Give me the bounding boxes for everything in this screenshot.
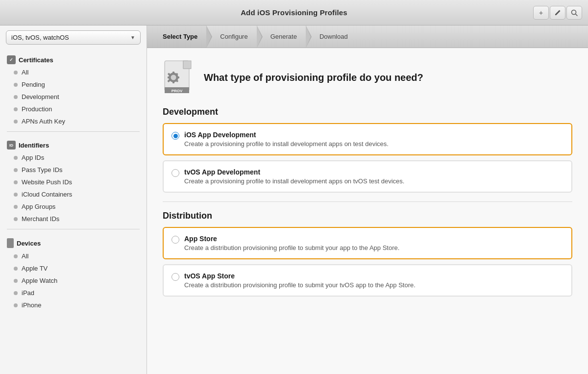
option-title: iOS App Development [184, 131, 389, 139]
dot-icon [14, 279, 18, 283]
radio-tvos-app-dev[interactable] [172, 169, 179, 177]
sidebar-item-label: All [22, 252, 28, 260]
search-button[interactable] [566, 6, 582, 20]
sidebar-item-label: App IDs [22, 154, 44, 161]
svg-rect-6 [172, 72, 174, 74]
sidebar-item-label: Pass Type IDs [22, 166, 63, 174]
sidebar-item-app-groups[interactable]: App Groups [0, 200, 147, 213]
step-arrow [206, 25, 211, 48]
divider [7, 229, 140, 229]
dot-icon [14, 291, 18, 295]
option-title: tvOS App Store [184, 272, 416, 280]
distribution-section-label: Distribution [163, 211, 572, 221]
section-divider [163, 201, 572, 202]
option-card-tvos-app-dev[interactable]: tvOS App Development Create a provisioni… [163, 160, 572, 193]
header-question: What type of provisioning profile do you… [204, 72, 423, 83]
sidebar-item-iphone[interactable]: iPhone [0, 299, 147, 311]
platform-label: iOS, tvOS, watchOS [11, 34, 69, 41]
identifiers-icon: ID [7, 141, 16, 150]
sidebar-item-label: iPhone [22, 301, 41, 309]
option-card-ios-app-dev[interactable]: iOS App Development Create a provisionin… [163, 123, 572, 155]
sidebar-item-devices-all[interactable]: All [0, 250, 147, 262]
sidebar-item-label: Development [22, 93, 59, 100]
add-button[interactable]: + [533, 6, 549, 20]
radio-tvos-app-store[interactable] [172, 273, 179, 281]
sidebar-item-label: Production [22, 105, 52, 113]
devices-label: Devices [17, 240, 41, 247]
dot-icon [14, 303, 18, 307]
identifiers-section: ID Identifiers App IDs Pass Type IDs Web… [0, 135, 147, 226]
step-arrow [257, 25, 262, 48]
dot-icon [14, 71, 18, 75]
sidebar-item-pass-type-ids[interactable]: Pass Type IDs [0, 164, 147, 176]
radio-ios-app-dev[interactable] [172, 132, 179, 140]
sidebar-item-apple-tv[interactable]: Apple TV [0, 262, 147, 274]
content-area: Select Type Configure Generate Download [147, 25, 588, 374]
window-title: Add iOS Provisioning Profiles [241, 8, 347, 17]
sidebar-item-label: Merchant IDs [22, 215, 59, 223]
svg-rect-3 [183, 61, 191, 69]
option-card-tvos-app-store[interactable]: tvOS App Store Create a distribution pro… [163, 264, 572, 297]
certificates-label: Certificates [19, 56, 53, 64]
sidebar-item-certs-apns[interactable]: APNs Auth Key [0, 115, 147, 127]
option-content: iOS App Development Create a provisionin… [184, 131, 389, 148]
edit-button[interactable] [550, 6, 565, 20]
certificates-header: ✓ Certificates [0, 52, 147, 66]
sidebar-item-label: iCloud Containers [22, 191, 72, 198]
svg-rect-7 [172, 81, 174, 83]
sidebar-item-apple-watch[interactable]: Apple Watch [0, 274, 147, 287]
sidebar-item-label: Apple TV [22, 265, 48, 272]
main-layout: iOS, tvOS, watchOS ▼ ✓ Certificates All … [0, 25, 588, 374]
certificates-icon: ✓ [7, 55, 16, 64]
sidebar-item-label: Website Push IDs [22, 178, 72, 186]
option-content: tvOS App Development Create a provisioni… [184, 168, 404, 185]
chevron-down-icon: ▼ [130, 35, 135, 40]
sidebar-item-certs-production[interactable]: Production [0, 103, 147, 115]
sidebar-item-icloud-containers[interactable]: iCloud Containers [0, 188, 147, 200]
option-desc: Create a provisioning profile to install… [184, 140, 389, 148]
certificates-section: ✓ Certificates All Pending Development P… [0, 50, 147, 128]
dot-icon [14, 205, 18, 209]
option-card-app-store[interactable]: App Store Create a distribution provisio… [163, 227, 572, 259]
option-desc: Create a distribution provisioning profi… [184, 244, 399, 251]
option-desc: Create a distribution provisioning profi… [184, 281, 416, 289]
platform-dropdown[interactable]: iOS, tvOS, watchOS ▼ [6, 30, 141, 45]
dot-icon [14, 168, 18, 172]
identifiers-header: ID Identifiers [0, 138, 147, 151]
sidebar-item-certs-all[interactable]: All [0, 66, 147, 78]
svg-point-5 [171, 75, 176, 80]
step-select-type[interactable]: Select Type [147, 25, 206, 48]
sidebar-item-label: All [22, 69, 28, 76]
radio-app-store[interactable] [172, 236, 179, 244]
dot-icon [14, 180, 18, 184]
svg-text:PROV: PROV [172, 89, 183, 93]
identifiers-label: Identifiers [19, 142, 49, 149]
sidebar-item-label: App Groups [22, 203, 55, 210]
prov-icon: PROV [163, 60, 194, 95]
edit-icon [554, 9, 561, 16]
dot-icon [14, 95, 18, 99]
option-content: tvOS App Store Create a distribution pro… [184, 272, 416, 289]
divider [7, 131, 140, 132]
step-configure[interactable]: Configure [206, 25, 256, 48]
option-content: App Store Create a distribution provisio… [184, 235, 399, 251]
option-title: tvOS App Development [184, 168, 404, 176]
sidebar-item-merchant-ids[interactable]: Merchant IDs [0, 213, 147, 225]
sidebar-item-app-ids[interactable]: App IDs [0, 151, 147, 164]
title-bar: Add iOS Provisioning Profiles + [0, 0, 588, 25]
dot-icon [14, 83, 18, 87]
devices-section: Devices All Apple TV Apple Watch iPad iP… [0, 232, 147, 312]
sidebar-item-website-push-ids[interactable]: Website Push IDs [0, 176, 147, 188]
sidebar-item-label: APNs Auth Key [22, 118, 65, 125]
sidebar: iOS, tvOS, watchOS ▼ ✓ Certificates All … [0, 25, 147, 374]
step-label: Configure [220, 33, 247, 40]
sidebar-item-ipad[interactable]: iPad [0, 287, 147, 299]
sidebar-item-label: iPad [22, 289, 34, 297]
step-download[interactable]: Download [306, 25, 357, 48]
sidebar-item-certs-development[interactable]: Development [0, 91, 147, 103]
content-header: PROV What type of provisioning profile d… [163, 60, 572, 95]
step-generate[interactable]: Generate [257, 25, 306, 48]
sidebar-item-label: Apple Watch [22, 277, 57, 284]
sidebar-item-certs-pending[interactable]: Pending [0, 78, 147, 91]
title-bar-actions: + [533, 6, 582, 20]
